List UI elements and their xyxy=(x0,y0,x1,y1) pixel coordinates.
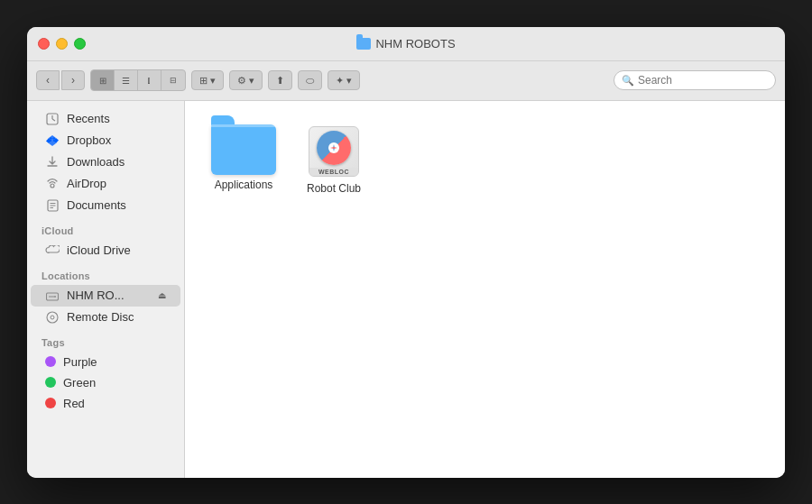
sidebar-item-airdrop[interactable]: AirDrop xyxy=(31,173,180,195)
webloc-label-text: WEBLOC xyxy=(309,168,358,176)
green-tag-label: Green xyxy=(63,376,96,389)
dropbox-sidebar-icon xyxy=(45,133,60,148)
icloud-drive-label: iCloud Drive xyxy=(67,243,131,257)
action-chevron: ▾ xyxy=(249,75,254,87)
compass-center xyxy=(328,142,339,153)
nhm-robots-label: NHM RO... xyxy=(67,289,125,302)
gallery-view-icon: ⊟ xyxy=(170,76,177,85)
arrange-button[interactable]: ⊞ ▾ xyxy=(191,70,224,90)
disc-icon xyxy=(45,310,60,325)
window-title: NHM ROBOTS xyxy=(375,37,455,50)
applications-folder-icon xyxy=(211,124,276,175)
compass-icon xyxy=(317,131,351,165)
search-box[interactable]: 🔍 xyxy=(614,70,776,90)
purple-tag-dot xyxy=(45,356,56,367)
remote-disc-label: Remote Disc xyxy=(67,310,134,324)
drive-icon xyxy=(45,289,60,303)
main-content: Recents Dropbox xyxy=(27,101,785,478)
robot-club-icon: WEBLOC xyxy=(307,124,361,179)
arrange-chevron: ▾ xyxy=(210,75,216,87)
nav-buttons: ‹ › xyxy=(36,70,85,90)
svg-point-14 xyxy=(47,312,58,323)
sidebar-item-remote-disc[interactable]: Remote Disc xyxy=(31,307,180,328)
svg-point-7 xyxy=(51,184,54,188)
airdrop-label: AirDrop xyxy=(67,177,106,190)
share-button[interactable]: ⬆ xyxy=(268,70,292,90)
robot-club-name: Robot Club xyxy=(307,182,361,195)
tag-button[interactable]: ⬭ xyxy=(298,70,322,90)
back-button[interactable]: ‹ xyxy=(36,70,60,90)
tag-icon: ⬭ xyxy=(306,75,314,87)
purple-tag-label: Purple xyxy=(63,355,97,369)
share-icon: ⬆ xyxy=(276,75,284,87)
icon-view-button[interactable]: ⊞ xyxy=(91,70,115,90)
sidebar-item-icloud-drive[interactable]: iCloud Drive xyxy=(31,240,180,261)
minimize-button[interactable] xyxy=(56,38,68,50)
dropbox-sidebar-label: Dropbox xyxy=(67,133,111,147)
icloud-icon xyxy=(45,243,60,258)
finder-window: NHM ROBOTS ‹ › ⊞ ☰ ⫿ ⊟ xyxy=(27,27,785,478)
svg-point-15 xyxy=(51,316,54,319)
sidebar-item-documents[interactable]: Documents xyxy=(31,195,180,216)
list-view-icon: ☰ xyxy=(122,76,130,86)
title-folder-icon xyxy=(356,38,371,50)
dropbox-toolbar-button[interactable]: ✦ ▾ xyxy=(328,70,360,90)
svg-point-13 xyxy=(54,296,56,298)
file-item-applications[interactable]: Applications xyxy=(203,119,284,200)
action-button[interactable]: ⚙ ▾ xyxy=(229,70,263,90)
search-input[interactable] xyxy=(638,74,768,87)
close-button[interactable] xyxy=(38,38,50,50)
titlebar: NHM ROBOTS xyxy=(27,27,785,61)
arrange-icon: ⊞ xyxy=(199,75,208,87)
sidebar-item-red-tag[interactable]: Red xyxy=(31,393,180,414)
window-title-area: NHM ROBOTS xyxy=(356,37,455,50)
column-view-icon: ⫿ xyxy=(147,76,152,85)
file-area: Applications xyxy=(185,101,785,478)
svg-line-2 xyxy=(52,119,55,121)
list-view-button[interactable]: ☰ xyxy=(115,70,138,90)
toolbar: ‹ › ⊞ ☰ ⫿ ⊟ ⊞ ▾ ⚙ ▾ xyxy=(27,61,785,101)
sidebar-item-recents[interactable]: Recents xyxy=(31,108,180,130)
search-icon: 🔍 xyxy=(622,75,634,87)
dropbox-icon: ✦ xyxy=(336,75,344,87)
webloc-bg: WEBLOC xyxy=(309,126,359,177)
file-item-robot-club[interactable]: WEBLOC Robot Club xyxy=(293,119,374,200)
sidebar-item-green-tag[interactable]: Green xyxy=(31,372,180,393)
file-grid: Applications xyxy=(203,119,767,200)
downloads-label: Downloads xyxy=(67,155,125,169)
downloads-icon xyxy=(45,155,60,170)
sidebar-item-purple-tag[interactable]: Purple xyxy=(31,352,180,372)
red-tag-dot xyxy=(45,398,56,408)
dropbox-chevron: ▾ xyxy=(346,75,352,87)
applications-name: Applications xyxy=(215,179,273,191)
sidebar-item-nhm-robots[interactable]: NHM RO... ⏏ xyxy=(31,285,180,307)
sidebar-item-dropbox[interactable]: Dropbox xyxy=(31,130,180,151)
sidebar: Recents Dropbox xyxy=(27,101,185,478)
recents-icon xyxy=(45,112,60,126)
icon-view-icon: ⊞ xyxy=(99,76,106,86)
forward-icon: › xyxy=(71,74,75,87)
maximize-button[interactable] xyxy=(74,38,86,50)
red-tag-label: Red xyxy=(63,397,85,410)
column-view-button[interactable]: ⫿ xyxy=(138,70,161,90)
gallery-view-button[interactable]: ⊟ xyxy=(161,70,185,90)
recents-label: Recents xyxy=(67,112,110,125)
forward-button[interactable]: › xyxy=(61,70,85,90)
locations-section-label: Locations xyxy=(27,261,184,285)
back-icon: ‹ xyxy=(46,74,50,87)
sidebar-item-downloads[interactable]: Downloads xyxy=(31,151,180,173)
icloud-section-label: iCloud xyxy=(27,216,184,240)
airdrop-icon xyxy=(45,177,60,191)
documents-icon xyxy=(45,198,60,213)
tags-section-label: Tags xyxy=(27,328,184,352)
svg-marker-17 xyxy=(330,147,337,149)
green-tag-dot xyxy=(45,377,56,388)
traffic-lights xyxy=(38,38,86,50)
documents-label: Documents xyxy=(67,198,126,212)
eject-icon[interactable]: ⏏ xyxy=(158,290,166,300)
view-controls: ⊞ ☰ ⫿ ⊟ xyxy=(90,69,186,91)
gear-icon: ⚙ xyxy=(237,75,246,87)
